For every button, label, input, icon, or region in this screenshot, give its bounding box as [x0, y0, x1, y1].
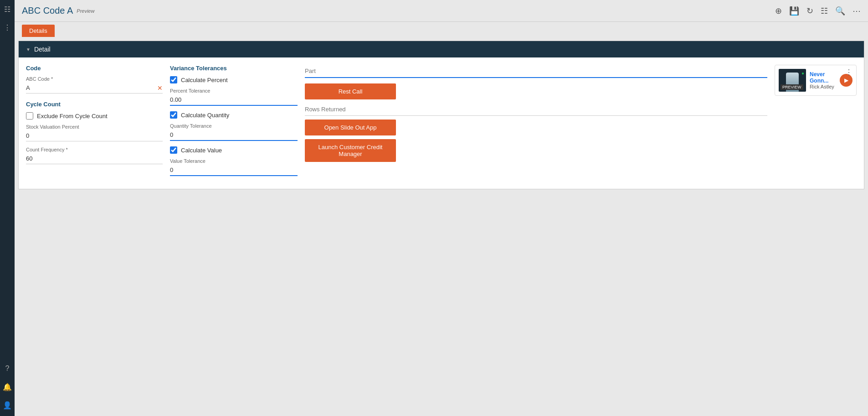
value-tolerance-input[interactable] [170, 165, 298, 176]
code-title: Code [26, 65, 163, 72]
music-widget: ⋮ ● PREVIEW Never Gonn... Rick Astley [775, 65, 857, 96]
collapse-icon[interactable]: ▼ [26, 47, 31, 52]
exclude-cycle-count-label[interactable]: Exclude From Cycle Count [37, 113, 108, 120]
count-frequency-field: Count Frequency * [26, 147, 163, 164]
preview-badge: Preview [77, 8, 94, 14]
quantity-tolerance-field: Quantity Tolerance [170, 123, 298, 141]
detail-header: ▼ Detail [19, 41, 864, 57]
value-tolerance-field: Value Tolerance [170, 158, 298, 176]
abc-code-field: ABC Code * ✕ [26, 76, 163, 94]
calculate-value-label[interactable]: Calculate Value [181, 147, 222, 154]
search-icon[interactable]: 🔍 [835, 6, 845, 16]
header-left: ABC Code A Preview [22, 5, 94, 16]
stock-valuation-input[interactable] [26, 130, 163, 141]
spotify-icon: ● [801, 71, 804, 76]
calculate-quantity-row: Calculate Quantity [170, 111, 298, 119]
user-icon[interactable]: 👤 [2, 400, 13, 411]
clear-icon[interactable]: ✕ [157, 84, 163, 92]
more-icon[interactable]: ⋯ [853, 6, 861, 16]
detail-section: ▼ Detail Code ABC Code * ✕ C [18, 41, 864, 189]
header-right: ⊕ 💾 ↻ ☷ 🔍 ⋯ [775, 6, 861, 16]
rest-call-button[interactable]: Rest Call [305, 83, 396, 99]
cycle-count-title: Cycle Count [26, 101, 163, 108]
content-area: ▼ Detail Code ABC Code * ✕ C [15, 37, 868, 416]
calculate-value-row: Calculate Value [170, 146, 298, 154]
preview-label: PREVIEW [781, 84, 803, 90]
part-input[interactable] [305, 65, 767, 78]
stock-valuation-field: Stock Valuation Percent [26, 124, 163, 141]
top-header: ABC Code A Preview ⊕ 💾 ↻ ☷ 🔍 ⋯ [15, 0, 868, 22]
abc-code-input-wrapper: ✕ [26, 83, 163, 94]
quantity-tolerance-label: Quantity Tolerance [170, 123, 298, 129]
variance-tolerances-section: Variance Tolerances Calculate Percent Pe… [170, 65, 298, 182]
music-thumbnail: ● PREVIEW [779, 69, 806, 92]
actions-section: Rest Call Open Slide Out App Launch Cust… [305, 65, 767, 166]
calculate-quantity-label[interactable]: Calculate Quantity [181, 112, 229, 119]
code-section: Code ABC Code * ✕ Cycle Count Exclude Fr… [26, 65, 163, 170]
calculate-quantity-checkbox[interactable] [170, 111, 177, 119]
main-content: ABC Code A Preview ⊕ 💾 ↻ ☷ 🔍 ⋯ Details ▼… [15, 0, 868, 416]
music-title: Never Gonn... [810, 71, 836, 84]
section-title: Detail [34, 46, 51, 53]
sidebar: ☷ ⋮ ? 🔔 👤 [0, 0, 15, 416]
abc-code-input[interactable] [26, 83, 157, 93]
help-icon[interactable]: ? [2, 363, 13, 374]
count-frequency-label: Count Frequency * [26, 147, 163, 152]
calculate-percent-row: Calculate Percent [170, 76, 298, 83]
music-widget-section: ⋮ ● PREVIEW Never Gonn... Rick Astley [775, 65, 857, 96]
details-tab[interactable]: Details [22, 25, 55, 37]
variance-title: Variance Tolerances [170, 65, 298, 72]
percent-tolerance-field: Percent Tolerance [170, 88, 298, 106]
save-icon[interactable]: 💾 [789, 6, 799, 16]
grid-icon[interactable]: ☷ [2, 4, 13, 15]
refresh-icon[interactable]: ↻ [806, 6, 813, 16]
calculate-percent-label[interactable]: Calculate Percent [181, 77, 228, 83]
calculate-percent-checkbox[interactable] [170, 76, 177, 83]
stock-valuation-label: Stock Valuation Percent [26, 124, 163, 130]
page-title: ABC Code A [22, 5, 73, 16]
music-widget-menu[interactable]: ⋮ [845, 68, 853, 77]
rows-returned-input[interactable] [305, 103, 767, 116]
apps-icon[interactable]: ⋮ [2, 22, 13, 33]
percent-tolerance-label: Percent Tolerance [170, 88, 298, 94]
bell-icon[interactable]: 🔔 [2, 381, 13, 392]
exclude-cycle-count-row: Exclude From Cycle Count [26, 112, 163, 120]
music-artist: Rick Astley [810, 84, 836, 89]
tab-bar: Details [15, 22, 868, 37]
music-content: ● PREVIEW Never Gonn... Rick Astley ▶ [779, 69, 853, 92]
plus-icon[interactable]: ⊕ [775, 6, 782, 16]
quantity-tolerance-input[interactable] [170, 130, 298, 141]
percent-tolerance-input[interactable] [170, 94, 298, 106]
calculate-value-checkbox[interactable] [170, 146, 177, 154]
music-info: Never Gonn... Rick Astley [810, 71, 836, 89]
count-frequency-input[interactable] [26, 153, 163, 164]
abc-code-label: ABC Code * [26, 76, 163, 82]
detail-body: Code ABC Code * ✕ Cycle Count Exclude Fr… [19, 57, 864, 189]
launch-credit-manager-button[interactable]: Launch Customer Credit Manager [305, 139, 396, 162]
grid-view-icon[interactable]: ☷ [821, 6, 828, 16]
value-tolerance-label: Value Tolerance [170, 158, 298, 164]
exclude-cycle-count-checkbox[interactable] [26, 112, 33, 120]
open-slide-out-button[interactable]: Open Slide Out App [305, 120, 396, 135]
